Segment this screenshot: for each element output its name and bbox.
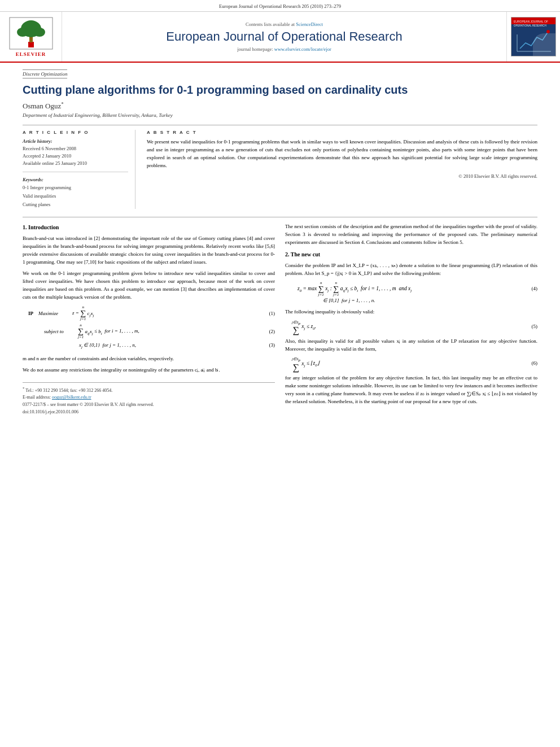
col1-para4: We do not assume any restrictions the in…: [23, 366, 275, 374]
col2-para5: for any integer solution of the problem …: [285, 374, 537, 406]
article-container: Discrete Optimization Cutting plane algo…: [0, 63, 560, 427]
footnote-issn: 0377-2217/$ – see front matter © 2010 El…: [23, 401, 275, 409]
keywords-label: Keywords:: [23, 177, 128, 182]
keyword-2: Valid inequalities: [23, 192, 128, 200]
journal-banner: ELSEVIER Contents lists available at Sci…: [0, 12, 560, 63]
received-text: Received 6 November 2008: [23, 145, 128, 152]
abstract-text: We present new valid inequalities for 0-…: [147, 138, 537, 170]
elsevier-logo-area: ELSEVIER: [0, 12, 62, 62]
col2-para4: Also, this inequality is valid for all p…: [285, 338, 537, 353]
homepage-url-link[interactable]: www.elsevier.com/locate/ejor: [274, 46, 331, 52]
affiliation: Department of Industrial Engineering, Bi…: [23, 112, 537, 118]
body-left-col: 1. Introduction Branch-and-cut was intro…: [23, 223, 275, 416]
abstract-col: A B S T R A C T We present new valid ine…: [147, 130, 537, 209]
keywords-list: 0-1 Integer programming Valid inequaliti…: [23, 184, 128, 209]
col2-para2: Consider the problem IP and let X_LP = (…: [285, 262, 537, 278]
keyword-3: Cutting planes: [23, 200, 128, 209]
journal-ref-text: European Journal of Operational Research…: [219, 3, 341, 9]
footnote-doi: doi:10.1016/j.ejor.2010.01.006: [23, 409, 275, 416]
article-title: Cutting plane algorithms for 0-1 program…: [23, 83, 537, 97]
sciencedirect-line: Contents lists available at ScienceDirec…: [246, 21, 323, 27]
eq1-num: (1): [264, 310, 275, 318]
section1-heading: 1. Introduction: [23, 223, 275, 232]
eq6-formula: j∈Sp ∑ xj ≤ ⌊z0⌋: [292, 356, 526, 371]
abstract-title: A B S T R A C T: [147, 130, 537, 135]
section2-heading: 2. The new cut: [285, 250, 537, 259]
eq3-num: (3): [264, 342, 275, 350]
elsevier-wordmark: ELSEVIER: [16, 51, 46, 57]
history-label: Article history:: [23, 138, 128, 144]
svg-text:OPERATIONAL RESEARCH: OPERATIONAL RESEARCH: [514, 24, 546, 27]
homepage-label: journal homepage:: [237, 46, 273, 52]
author-sup: *: [61, 101, 64, 107]
eq4-formula: z0 = max n∑j=1 xj : n∑j=1 aijxj ≤ bi for…: [298, 281, 526, 297]
body-right-col: The next section consists of the descrip…: [285, 223, 537, 416]
eq5-formula: j∈Sp ∑ xj ≤ z0.: [292, 320, 526, 334]
contents-available-text: Contents lists available at: [246, 21, 295, 27]
journal-homepage-line: journal homepage: www.elsevier.com/locat…: [237, 46, 331, 52]
sciencedirect-link[interactable]: ScienceDirect: [296, 21, 323, 27]
eq6-block: j∈Sp ∑ xj ≤ ⌊z0⌋ (6): [292, 356, 537, 371]
footnote-tel: Tel.: +90 312 290 1544; fax: +90 312 266…: [25, 388, 112, 393]
footnote-contact: * Tel.: +90 312 290 1544; fax: +90 312 2…: [23, 386, 275, 394]
ip-xj-row: xj ∈ {0,1} for j = 1, . . . , n, (3): [79, 342, 275, 351]
keyword-1: 0-1 Integer programming: [23, 184, 128, 192]
journal-banner-title: European Journal of Operational Research: [166, 29, 402, 44]
ip-maximize-row: IP Maximize z = n∑j=1 cjxj (1): [28, 305, 275, 321]
svg-point-4: [34, 28, 45, 37]
footnote-email-line: E-mail address: ooguz@bilkent.edu.tr: [23, 394, 275, 401]
info-divider: [23, 172, 128, 172]
journal-cover-thumbnail: EUROPEAN JOURNAL OF OPERATIONAL RESEARCH: [511, 17, 556, 56]
info-abstract-section: A R T I C L E I N F O Article history: R…: [23, 125, 537, 209]
ip-block: IP Maximize z = n∑j=1 cjxj (1) subject t…: [23, 305, 275, 351]
section-label: Discrete Optimization: [23, 69, 67, 78]
svg-point-3: [17, 28, 28, 37]
eq4-num: (4): [526, 285, 537, 293]
article-info-col: A R T I C L E I N F O Article history: R…: [23, 130, 135, 209]
author-name-text: Osman Oguz: [23, 102, 61, 110]
footnote-sup: *: [23, 386, 25, 391]
copyright-text: © 2010 Elsevier B.V. All rights reserved…: [147, 173, 537, 179]
eq5-num: (5): [526, 323, 537, 331]
col1-para1: Branch-and-cut was introduced in [2] dem…: [23, 235, 275, 267]
eq4b-line: ∈ [0,1] for j = 1, . . . , n.: [298, 297, 375, 305]
eq5-block: j∈Sp ∑ xj ≤ z0. (5): [292, 320, 537, 334]
ip-eq3-formula: xj ∈ {0,1} for j = 1, . . . , n,: [79, 342, 264, 351]
col2-para3: The following inequality is obviously va…: [285, 308, 537, 316]
journal-top-ref: European Journal of Operational Research…: [0, 0, 560, 12]
col2-para1: The next section consists of the descrip…: [285, 223, 537, 247]
accepted-text: Accepted 2 January 2010: [23, 152, 128, 160]
author-name: Osman Oguz*: [23, 101, 537, 111]
eq4-block: z0 = max n∑j=1 xj : n∑j=1 aijxj ≤ bi for…: [292, 281, 537, 305]
elsevier-tree-icon: [8, 16, 54, 50]
available-text: Available online 25 January 2010: [23, 160, 128, 167]
svg-text:EUROPEAN JOURNAL OF: EUROPEAN JOURNAL OF: [514, 20, 548, 23]
body-columns: 1. Introduction Branch-and-cut was intro…: [23, 217, 537, 416]
svg-point-12: [546, 30, 550, 33]
ip-maximize-label: Maximize: [38, 310, 72, 318]
ip-eq2-formula: n∑j=1 aijxj ≤ bi for i = 1, . . . , m,: [78, 324, 264, 339]
eq6-num: (6): [526, 360, 537, 368]
svg-rect-0: [28, 42, 34, 47]
ip-subject-label: subject to: [44, 328, 78, 336]
col1-para3: m and n are the number of constraints an…: [23, 355, 275, 363]
footnote-email[interactable]: ooguz@bilkent.edu.tr: [52, 395, 91, 400]
ip-label: IP: [28, 310, 38, 318]
article-info-title: A R T I C L E I N F O: [23, 130, 128, 135]
ip-subject-row: subject to n∑j=1 aijxj ≤ bi for i = 1, .…: [44, 324, 275, 339]
journal-thumbnail-area: EUROPEAN JOURNAL OF OPERATIONAL RESEARCH: [506, 12, 560, 62]
journal-title-area: Contents lists available at ScienceDirec…: [62, 12, 506, 62]
col1-para2: We work on the 0-1 integer programming p…: [23, 270, 275, 302]
footnote-email-label: E-mail address:: [23, 395, 51, 400]
eq2-num: (2): [264, 328, 275, 336]
ip-eq1-formula: z = n∑j=1 cjxj: [72, 305, 264, 321]
page-footer: * Tel.: +90 312 290 1544; fax: +90 312 2…: [23, 382, 275, 416]
